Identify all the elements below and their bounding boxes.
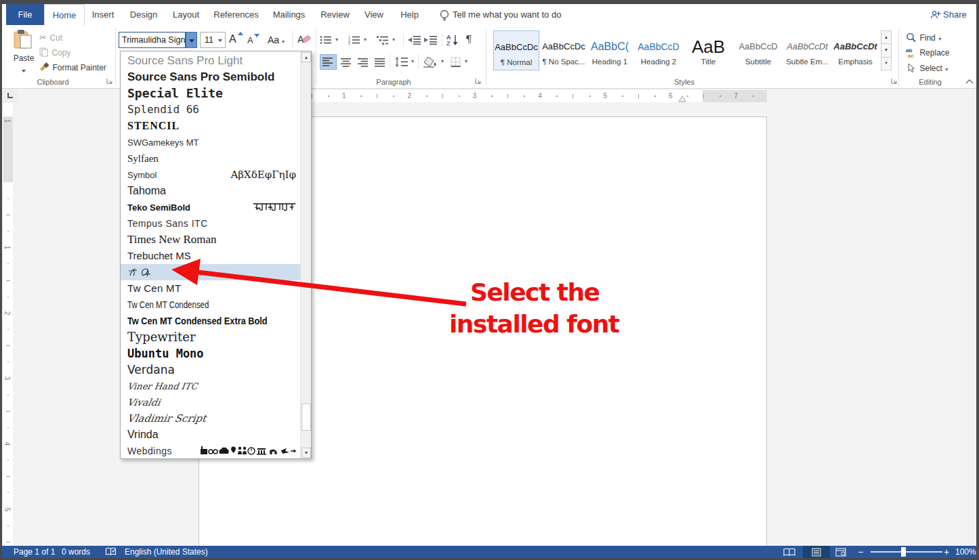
tab-mailings[interactable]: Mailings xyxy=(266,4,312,25)
align-left-button[interactable] xyxy=(320,54,337,70)
tell-me-box[interactable]: Tell me what you want to do xyxy=(453,4,561,25)
shrink-font-button[interactable]: A xyxy=(247,35,253,45)
font-option-verdana[interactable]: Verdana xyxy=(121,362,300,378)
copy-button[interactable]: Copy xyxy=(39,46,70,58)
align-center-button[interactable] xyxy=(341,58,352,70)
style--no-spac-[interactable]: AaBbCcDc¶ No Spac... xyxy=(542,30,585,70)
line-spacing-button[interactable]: ▾ xyxy=(395,57,409,70)
font-option-swgamekeys-mt[interactable]: SWGamekeys MT xyxy=(121,134,300,150)
page-indicator[interactable]: Page 1 of 1 xyxy=(14,547,55,557)
tab-insert[interactable]: Insert xyxy=(85,4,121,25)
tab-home[interactable]: Home xyxy=(44,4,85,26)
right-indent-marker[interactable] xyxy=(678,96,686,102)
font-option-teko-semibold[interactable]: Teko SemiBold xyxy=(121,199,300,215)
web-layout-icon[interactable] xyxy=(835,548,846,557)
proofing-icon[interactable] xyxy=(105,547,117,557)
share-icon xyxy=(930,10,941,20)
borders-button[interactable]: ▾ xyxy=(451,57,461,70)
font-option-source-sans-pro-semibold[interactable]: Source Sans Pro Semibold xyxy=(121,69,300,85)
align-right-button[interactable] xyxy=(358,58,369,70)
paste-button[interactable]: Paste xyxy=(9,30,38,74)
zoom-level[interactable]: 100% xyxy=(955,547,976,557)
ribbon-tab-bar: File HomeInsertDesignLayoutReferencesMai… xyxy=(2,4,976,25)
styles-scroll-up[interactable]: ▲ xyxy=(881,30,892,44)
format-painter-button[interactable]: Format Painter xyxy=(39,61,106,73)
font-option-splendid-66[interactable]: Splendid 66 xyxy=(121,102,300,118)
styles-more[interactable]: ▾ xyxy=(881,58,892,70)
font-option-times-new-roman[interactable]: Times New Roman xyxy=(121,232,300,248)
clipboard-group-label: Clipboard xyxy=(22,78,83,86)
annotation-line2: installed font xyxy=(449,310,619,338)
clear-formatting-button[interactable]: A xyxy=(297,33,311,48)
font-name-input[interactable]: Trimaulidha Sign xyxy=(119,32,186,48)
font-option-sylfaen[interactable]: Sylfaen xyxy=(121,150,300,167)
font-option-source-sans-pro-light[interactable]: Source Sans Pro Light xyxy=(121,53,300,69)
style-emphasis[interactable]: AaBbCcDtEmphasis xyxy=(833,30,877,70)
print-layout-button[interactable] xyxy=(803,546,830,558)
style--normal[interactable]: AaBbCcDc¶ Normal xyxy=(493,30,539,70)
svg-text:Z: Z xyxy=(446,40,451,45)
zoom-slider-thumb[interactable] xyxy=(901,547,906,557)
font-option-stencil[interactable]: STENCIL xyxy=(121,118,300,134)
styles-gallery-scroll[interactable]: ▲ ▼ ▾ xyxy=(881,30,892,70)
style-heading-1[interactable]: AaBbC(Heading 1 xyxy=(588,30,631,70)
font-option-tempus-sans-itc[interactable]: Tempus Sans ITC xyxy=(121,215,300,232)
decrease-indent-button[interactable] xyxy=(408,35,421,47)
vertical-ruler[interactable]: 112345 xyxy=(3,103,13,546)
read-mode-icon[interactable] xyxy=(783,548,796,557)
cut-button[interactable]: ✂ Cut xyxy=(39,31,62,43)
font-option-webdings[interactable]: Webdings xyxy=(121,443,300,459)
status-bar: Page 1 of 1 0 words English (United Stat… xyxy=(2,546,976,558)
share-button[interactable]: Share xyxy=(943,4,967,25)
word-count[interactable]: 0 words xyxy=(62,547,90,557)
font-option-special-elite[interactable]: Special Elite xyxy=(121,85,300,102)
tab-layout[interactable]: Layout xyxy=(166,4,206,25)
style-subtle-em-[interactable]: AaBbCcDtSubtle Em... xyxy=(785,30,830,70)
zoom-in-button[interactable]: + xyxy=(944,546,949,557)
scroll-up-button[interactable]: ▲ xyxy=(301,52,311,62)
collapse-ribbon-icon[interactable] xyxy=(965,79,974,85)
select-button[interactable]: Select ▾ xyxy=(906,62,948,74)
bullets-button[interactable]: ▾ xyxy=(320,35,332,47)
replace-button[interactable]: abac Replace xyxy=(906,46,949,58)
paragraph-dialog-launcher[interactable] xyxy=(474,77,482,85)
tab-help[interactable]: Help xyxy=(390,4,430,25)
style-title[interactable]: AaBTitle xyxy=(686,30,730,70)
scroll-down-button[interactable]: ▼ xyxy=(301,448,311,458)
sort-button[interactable]: AZ xyxy=(446,34,460,48)
change-case-button[interactable]: Aa ▾ xyxy=(268,35,285,45)
font-option-vladimir-script[interactable]: Vladimir Script xyxy=(121,410,300,427)
multilevel-list-button[interactable]: ▾ xyxy=(377,35,389,47)
shading-button[interactable]: ▾ xyxy=(423,57,438,70)
copy-label: Copy xyxy=(51,48,70,58)
zoom-out-button[interactable]: − xyxy=(858,546,863,557)
clipboard-dialog-launcher[interactable] xyxy=(106,77,114,85)
font-option-vrinda[interactable]: Vrinda xyxy=(121,427,300,443)
numbering-button[interactable]: 123▾ xyxy=(348,35,360,47)
font-size-input[interactable]: 11 xyxy=(200,32,226,48)
font-option-symbol[interactable]: SymbolΑβΧδΕφΓηΙφ xyxy=(121,167,300,183)
show-marks-button[interactable]: ¶ xyxy=(465,33,472,45)
scroll-thumb[interactable] xyxy=(301,404,311,431)
font-name-dropdown-button[interactable] xyxy=(186,32,197,48)
font-option-viner-hand-itc[interactable]: Viner Hand ITC xyxy=(121,378,300,394)
font-option-tahoma[interactable]: Tahoma xyxy=(121,183,300,199)
tab-references[interactable]: References xyxy=(206,4,266,25)
tab-stop-selector[interactable] xyxy=(3,89,18,103)
zoom-slider-track[interactable] xyxy=(871,551,942,553)
find-button[interactable]: Find ▾ xyxy=(906,31,941,43)
grow-font-button[interactable]: A xyxy=(229,33,236,45)
tab-design[interactable]: Design xyxy=(121,4,166,25)
justify-button[interactable] xyxy=(375,58,386,70)
language-indicator[interactable]: English (United States) xyxy=(125,547,208,557)
increase-indent-button[interactable] xyxy=(424,35,438,47)
tab-file[interactable]: File xyxy=(6,4,44,25)
cut-label: Cut xyxy=(49,33,62,43)
styles-scroll-down[interactable]: ▼ xyxy=(881,44,892,58)
font-option-vivaldi[interactable]: Vivaldi xyxy=(121,394,300,410)
window-frame-top xyxy=(0,0,979,4)
style-subtitle[interactable]: AaBbCcDSubtitle xyxy=(735,30,781,70)
style-heading-2[interactable]: AaBbCcDHeading 2 xyxy=(636,30,682,70)
tab-view[interactable]: View xyxy=(358,4,390,25)
tab-review[interactable]: Review xyxy=(312,4,358,25)
